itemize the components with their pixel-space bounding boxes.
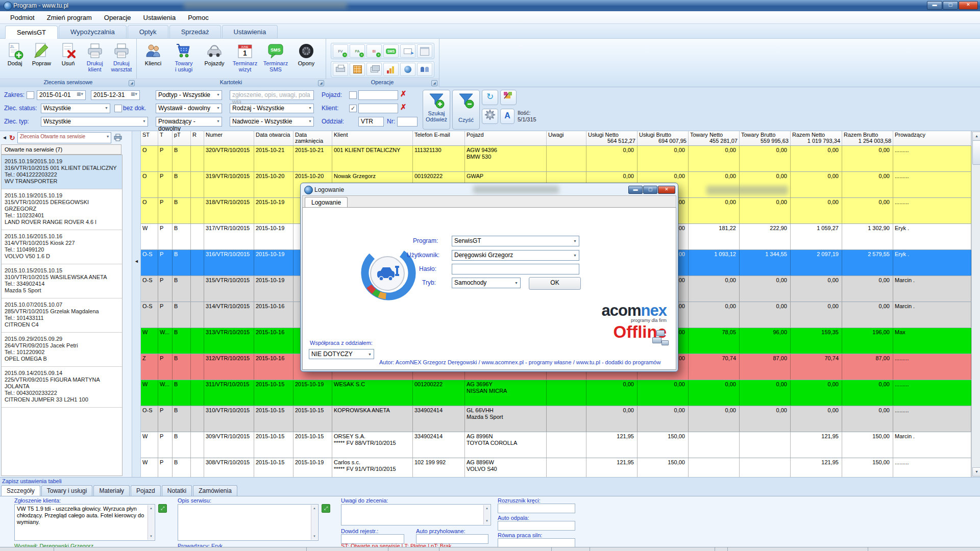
col-header-tb[interactable]: Towary Brutto559 995,63	[740, 131, 791, 145]
search-refresh-button[interactable]: SzukajOdśwież	[423, 90, 450, 130]
group-dialog-launcher-icon[interactable]: ◢	[431, 80, 437, 86]
save-table-settings-link[interactable]: Zapisz ustawienia tabeli	[2, 478, 62, 484]
menu-item-ustawienia[interactable]: Ustawienia	[137, 12, 182, 23]
scroll-down-icon[interactable]: ▼	[972, 467, 980, 477]
mode-select[interactable]: Samochody	[452, 278, 521, 288]
ribbon-button-usuń[interactable]: Usuń	[55, 41, 81, 66]
col-header-t[interactable]: T	[158, 131, 173, 145]
col-header-klient[interactable]: Klient	[332, 131, 413, 145]
ribbon-button-drukuj-warsztat[interactable]: Drukujwarsztat	[109, 41, 134, 72]
col-header-prow[interactable]: Prowadzący	[893, 131, 971, 145]
module-tab-sprzedaż[interactable]: Sprzedaż	[169, 25, 221, 38]
details-tab-materiały[interactable]: Materiały	[93, 485, 130, 496]
cards-icon[interactable]	[366, 63, 382, 76]
mail-send-icon[interactable]: ➤	[400, 44, 415, 58]
col-header-ub[interactable]: Usługi Brutto694 007,95	[638, 131, 689, 145]
grid-row-320[interactable]: OPB320/VTR/10/20152015-10-212015-10-2100…	[141, 146, 971, 172]
details-tab-szczegóły[interactable]: Szczegóły	[1, 485, 40, 496]
grid-vertical-scrollbar[interactable]: ▲ ▼	[971, 131, 980, 477]
clear-filter-button[interactable]: Czyść	[452, 90, 480, 130]
col-header-numer[interactable]: Numer	[204, 131, 254, 145]
nadwozie-select[interactable]: Nadwozie - Wszystkie	[230, 117, 314, 127]
grid-row-309[interactable]: WPB309/VTR/10/20152015-10-152015-10-15OR…	[141, 432, 971, 458]
module-tab-serwisgt[interactable]: SerwisGT	[5, 26, 58, 39]
order-list-item[interactable]: 2015.10.19/2015.10.19316/VTR/10/2015 001…	[2, 155, 122, 189]
menu-item-pomoc[interactable]: Pomoc	[182, 12, 214, 23]
password-input[interactable]	[452, 264, 579, 274]
ribbon-button-pojazdy[interactable]: Pojazdy	[200, 41, 229, 66]
textarea-scrollbar[interactable]: ▲▼	[311, 505, 317, 540]
doc-fv-icon[interactable]: FV+	[333, 44, 348, 58]
expand-zgloszenie-icon[interactable]: ⤢	[158, 504, 167, 513]
dialog-maximize-button[interactable]: ▢	[643, 186, 657, 194]
col-header-pojazd[interactable]: Pojazd	[465, 131, 547, 145]
prowadzacy-select[interactable]: Prowadzący - dowolny	[156, 117, 222, 127]
rodzaj-select[interactable]: Rodzaj - Wszystkie	[230, 104, 314, 113]
nr-input[interactable]	[397, 117, 418, 127]
reload-list-icon[interactable]: ↻	[9, 134, 15, 142]
details-tab-notatki[interactable]: Notatki	[162, 485, 192, 496]
date-from-field[interactable]: 2015-01-01▦▾	[37, 90, 86, 100]
sidebar-view-select[interactable]: Zlecenia Otwarte na serwisie	[17, 132, 111, 143]
zgloszenie-textarea[interactable]: VW T5 1.9 tdi - uszczelka głowicy. Wyrzu…	[14, 504, 155, 541]
dialog-close-button[interactable]: ✕	[658, 186, 675, 194]
group-dialog-launcher-icon[interactable]: ◢	[129, 80, 135, 86]
menu-item-operacje[interactable]: Operacje	[98, 12, 137, 23]
group-dialog-launcher-icon[interactable]: ◢	[318, 80, 324, 86]
date-to-field[interactable]: 2015-12-31▦▾	[91, 90, 140, 100]
refresh-button[interactable]: ↻	[482, 90, 498, 105]
oddzial-input[interactable]: VTR	[358, 117, 384, 127]
col-header-rn[interactable]: Razem Netto1 019 793,34	[791, 131, 842, 145]
order-list-item[interactable]: 2015.10.15/2015.10.15310/VTR/10/2015 WAS…	[2, 264, 122, 298]
klient-clear-icon[interactable]: ✗	[400, 103, 407, 112]
ribbon-button-dodaj[interactable]: ZLDodaj	[2, 41, 28, 66]
klient-input[interactable]	[358, 104, 398, 113]
status-select[interactable]: Wszystkie	[41, 104, 110, 113]
odpala-input[interactable]	[498, 521, 575, 531]
chart-icon[interactable]	[383, 63, 399, 76]
branch-select[interactable]: NIE DOTYCZY	[309, 349, 374, 359]
print-list-icon[interactable]	[113, 134, 122, 141]
typ-select[interactable]: Wszystkie	[41, 117, 148, 127]
support-icon[interactable]	[417, 63, 432, 76]
textarea-scrollbar[interactable]: ▲▼	[148, 505, 154, 540]
col-header-st[interactable]: ST	[141, 131, 158, 145]
grid-row-310[interactable]: O-SPB310/VTR/10/20152015-10-152015-10-15…	[141, 406, 971, 432]
details-tab-zamówienia[interactable]: Zamówienia	[193, 485, 237, 496]
uwagi-textarea[interactable]: ▲▼	[341, 504, 491, 525]
order-list-item[interactable]: 2015.09.14/2015.09.14225/VTR/09/2015 FIG…	[2, 367, 122, 408]
window-split-icon[interactable]	[417, 44, 432, 58]
doc-bi-icon[interactable]: BI+	[366, 44, 382, 58]
colors-button[interactable]	[500, 90, 517, 105]
opis-textarea[interactable]: ▲▼	[178, 504, 318, 541]
module-tab-optyk[interactable]: Optyk	[128, 25, 168, 38]
menu-item-zmie-program[interactable]: Zmień program	[41, 12, 98, 23]
col-header-uwagi[interactable]: Uwagi	[547, 131, 586, 145]
order-list-item[interactable]: 2015.10.19/2015.10.19315/VTR/10/2015 DER…	[2, 189, 122, 230]
ribbon-button-drukuj-klient[interactable]: Drukujklient	[82, 41, 108, 72]
col-header-rb[interactable]: Razem Brutto1 254 003,58	[842, 131, 893, 145]
col-header-tel[interactable]: Telefon E-mail	[413, 131, 465, 145]
collapse-left-icon[interactable]: ◄	[2, 135, 7, 140]
program-select[interactable]: SerwisGT	[452, 236, 579, 246]
splitter-collapse-icon[interactable]: ◄	[134, 259, 139, 264]
user-select[interactable]: Deręgowski Grzegorz	[452, 250, 579, 261]
col-header-close[interactable]: Data zamknięcia	[293, 131, 332, 145]
module-tab-wypożyczalnia[interactable]: Wypożyczalnia	[59, 25, 127, 38]
module-tab-ustawienia[interactable]: Ustawienia	[222, 25, 278, 38]
expand-opis-icon[interactable]: ⤢	[322, 504, 330, 513]
ribbon-button-popraw[interactable]: Popraw	[29, 41, 54, 66]
sms-bubble-icon[interactable]: SMS	[383, 44, 399, 58]
search-text-input[interactable]: zgłoszenie, opis, uwagi, pola wła	[230, 90, 314, 100]
globe-icon[interactable]	[400, 63, 415, 76]
menu-item-podmiot[interactable]: Podmiot	[4, 12, 41, 23]
pojazd-input[interactable]	[358, 90, 398, 100]
col-header-open[interactable]: Data otwarcia	[254, 131, 293, 145]
font-button[interactable]: A	[500, 109, 514, 124]
close-button[interactable]: ✕	[959, 1, 978, 10]
bezdok-checkbox[interactable]	[114, 105, 122, 112]
printer-small-icon[interactable]	[333, 63, 348, 76]
col-header-tn[interactable]: Towary Netto455 281,07	[689, 131, 740, 145]
order-list-item[interactable]: 2015.10.07/2015.10.07285/VTR/10/2015 Grz…	[2, 298, 122, 333]
rozrusznik-input[interactable]	[498, 504, 575, 513]
